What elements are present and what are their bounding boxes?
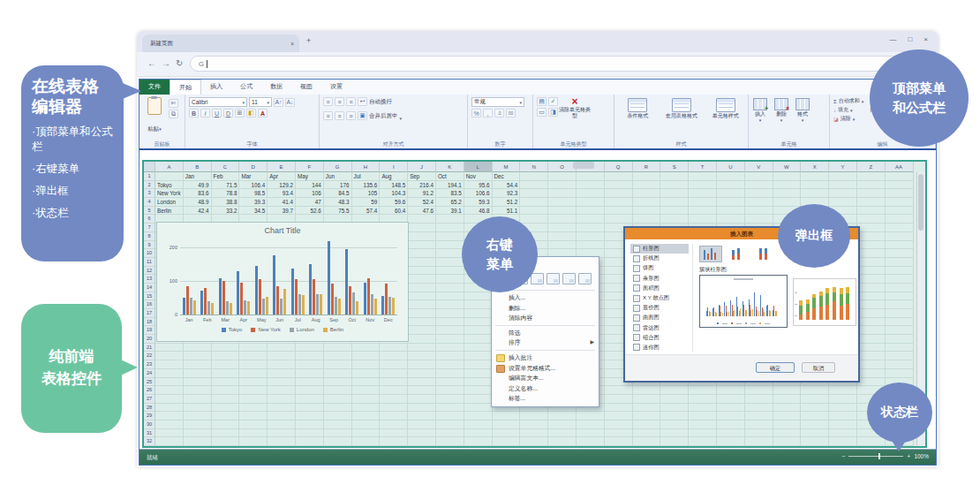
column-header-N[interactable]: N bbox=[520, 162, 548, 172]
cell-T4[interactable] bbox=[689, 198, 717, 207]
cell-Z10[interactable] bbox=[857, 249, 886, 258]
cell-X32[interactable] bbox=[801, 437, 829, 446]
chart-type-7[interactable]: 股价图 bbox=[630, 303, 689, 313]
cell-O9[interactable] bbox=[548, 241, 577, 250]
cell-K19[interactable] bbox=[436, 326, 464, 335]
cell-V4[interactable] bbox=[745, 198, 773, 207]
cell-Z18[interactable] bbox=[857, 318, 886, 327]
cell-P29[interactable] bbox=[577, 412, 605, 421]
cell-S3[interactable] bbox=[660, 189, 689, 198]
cell-O8[interactable] bbox=[548, 232, 577, 241]
ribbon-tab-6[interactable]: 视图 bbox=[291, 80, 321, 95]
cell-I4[interactable]: 59.6 bbox=[380, 198, 408, 207]
cell-J24[interactable] bbox=[408, 369, 436, 378]
cell-R4[interactable] bbox=[633, 198, 661, 207]
cell-A31[interactable] bbox=[155, 429, 184, 438]
row-header-28[interactable]: 28 bbox=[144, 404, 155, 413]
cell-K6[interactable] bbox=[436, 215, 464, 224]
cell-G32[interactable] bbox=[324, 437, 352, 446]
cell-F26[interactable] bbox=[296, 386, 324, 395]
cell-V30[interactable] bbox=[745, 421, 773, 429]
cell-A24[interactable] bbox=[155, 369, 184, 378]
cell-D32[interactable] bbox=[239, 437, 268, 446]
cell-J30[interactable] bbox=[408, 421, 436, 429]
cell-F2[interactable]: 144 bbox=[296, 181, 324, 190]
row-header-12[interactable]: 12 bbox=[144, 267, 155, 276]
cell-K1[interactable]: Oct bbox=[436, 172, 464, 181]
celltype-checkbox-icon[interactable] bbox=[548, 97, 558, 106]
cell-J23[interactable] bbox=[408, 360, 436, 369]
cell-I22[interactable] bbox=[380, 352, 408, 360]
cell-T28[interactable] bbox=[689, 404, 717, 413]
cell-Q1[interactable] bbox=[605, 172, 633, 181]
cell-E29[interactable] bbox=[268, 412, 296, 421]
row-header-21[interactable]: 21 bbox=[144, 344, 155, 352]
browser-tab[interactable]: 新建页面 × bbox=[142, 34, 299, 52]
cell-Y28[interactable] bbox=[829, 404, 857, 413]
cell-K12[interactable] bbox=[436, 267, 464, 276]
column-header-A[interactable]: A bbox=[155, 162, 184, 172]
cell-Y32[interactable] bbox=[829, 437, 857, 446]
chart-preview-selected[interactable] bbox=[699, 275, 788, 328]
cell-AA15[interactable] bbox=[886, 292, 914, 301]
column-header-Q[interactable]: Q bbox=[605, 162, 633, 172]
cell-D29[interactable] bbox=[239, 412, 268, 421]
cell-C27[interactable] bbox=[212, 395, 240, 404]
cell-O3[interactable] bbox=[548, 189, 577, 198]
cell-L22[interactable] bbox=[464, 352, 493, 360]
cell-Z3[interactable] bbox=[857, 189, 886, 198]
cell-F24[interactable] bbox=[296, 369, 324, 378]
cell-C4[interactable]: 38.8 bbox=[212, 198, 240, 207]
context-menu-item-5[interactable]: 筛选 bbox=[492, 328, 599, 338]
row-header-13[interactable]: 13 bbox=[144, 275, 155, 284]
cell-P6[interactable] bbox=[577, 215, 605, 224]
cell-I1[interactable]: Aug bbox=[380, 172, 408, 181]
cell-X26[interactable] bbox=[801, 386, 829, 395]
cell-L18[interactable] bbox=[464, 318, 493, 327]
cell-P1[interactable] bbox=[577, 172, 605, 181]
cell-O5[interactable] bbox=[548, 207, 577, 216]
window-minimize-icon[interactable]: — bbox=[889, 35, 896, 43]
column-header-I[interactable]: I bbox=[380, 162, 408, 172]
cell-V5[interactable] bbox=[745, 207, 773, 216]
cell-L23[interactable] bbox=[464, 360, 493, 369]
row-header-1[interactable]: 1 bbox=[144, 172, 155, 181]
cell-X31[interactable] bbox=[801, 429, 829, 438]
cell-O30[interactable] bbox=[548, 421, 577, 429]
cell-B30[interactable] bbox=[184, 421, 212, 429]
cell-AA11[interactable] bbox=[886, 258, 914, 267]
cell-S26[interactable] bbox=[660, 386, 689, 395]
cell-V26[interactable] bbox=[745, 386, 773, 395]
cell-N29[interactable] bbox=[520, 412, 548, 421]
cell-E30[interactable] bbox=[268, 421, 296, 429]
cell-AA13[interactable] bbox=[886, 275, 914, 284]
cell-G22[interactable] bbox=[324, 352, 352, 360]
cell-P7[interactable] bbox=[577, 224, 605, 232]
cell-K17[interactable] bbox=[436, 309, 464, 318]
cell-S6[interactable] bbox=[660, 215, 689, 224]
cell-D22[interactable] bbox=[239, 352, 268, 360]
cell-J9[interactable] bbox=[408, 241, 436, 250]
zoom-out-icon[interactable]: − bbox=[841, 453, 845, 459]
row-header-22[interactable]: 22 bbox=[144, 352, 155, 360]
cell-M3[interactable]: 92.3 bbox=[493, 189, 521, 198]
paste-button[interactable]: 粘贴 bbox=[143, 97, 166, 134]
cell-I23[interactable] bbox=[380, 360, 408, 369]
cell-C24[interactable] bbox=[212, 369, 240, 378]
cell-T3[interactable] bbox=[689, 189, 717, 198]
cell-E25[interactable] bbox=[268, 378, 296, 387]
cell-W3[interactable] bbox=[773, 189, 802, 198]
cell-Z15[interactable] bbox=[857, 292, 886, 301]
cell-D24[interactable] bbox=[239, 369, 268, 378]
cell-W32[interactable] bbox=[773, 437, 802, 446]
cell-D26[interactable] bbox=[239, 386, 268, 395]
cell-A3[interactable]: New York bbox=[155, 189, 184, 198]
cell-H25[interactable] bbox=[352, 378, 381, 387]
cell-C32[interactable] bbox=[212, 437, 240, 446]
cell-L32[interactable] bbox=[464, 437, 493, 446]
cell-P4[interactable] bbox=[577, 198, 605, 207]
cell-D3[interactable]: 98.5 bbox=[239, 189, 268, 198]
cell-Y4[interactable] bbox=[829, 198, 857, 207]
cell-R30[interactable] bbox=[633, 421, 661, 429]
cell-N6[interactable] bbox=[520, 215, 548, 224]
